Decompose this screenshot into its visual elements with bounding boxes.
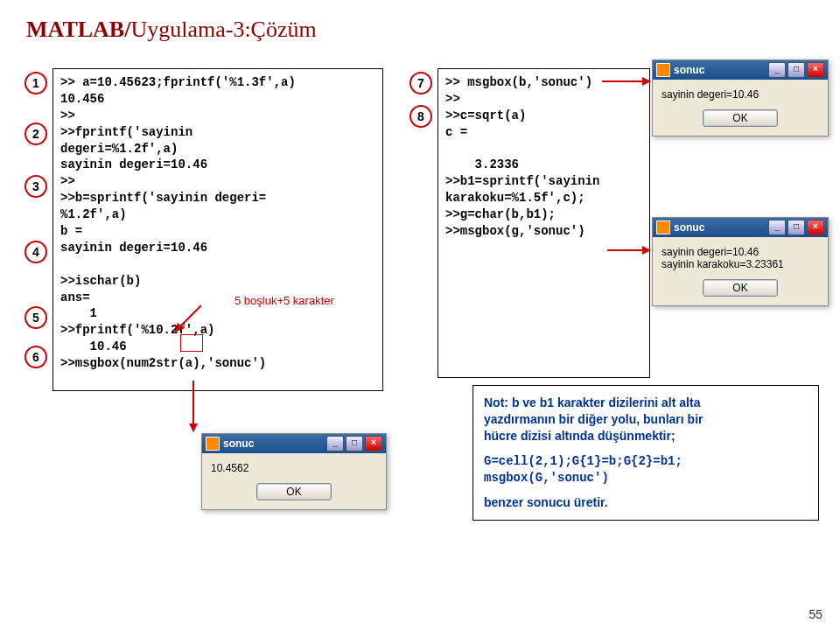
note-line-6: benzer sonucu üretir. xyxy=(484,494,808,511)
close-button[interactable]: × xyxy=(807,220,824,235)
annotation-highlight-box xyxy=(180,334,203,352)
step-4-bullet: 4 xyxy=(24,241,47,263)
step-2-bullet: 2 xyxy=(24,122,47,145)
dialog-1-body: 10.4562 xyxy=(202,453,386,480)
step-8-bullet: 8 xyxy=(410,105,432,128)
dialog-3-titlebar: sonuc _ □ × xyxy=(653,218,828,237)
close-button[interactable]: × xyxy=(807,62,824,78)
ok-button[interactable]: OK xyxy=(703,109,778,127)
annotation-label: 5 boşluk+5 karakter xyxy=(234,294,334,307)
matlab-icon xyxy=(656,220,670,234)
title-rest: Uygulama-3:Çözüm xyxy=(130,17,316,42)
step-7-bullet: 7 xyxy=(410,72,432,94)
msgbox-dialog-2: sonuc _ □ × sayinin degeri=10.46 OK xyxy=(652,60,829,136)
note-line-1: Not: b ve b1 karakter dizilerini alt alt… xyxy=(484,395,808,411)
code-block-right: >> msgbox(b,'sonuc') >> >>c=sqrt(a) c = … xyxy=(438,68,650,378)
note-code-2: msgbox(G,'sonuc') xyxy=(484,470,808,486)
dialog-1-button-row: OK xyxy=(202,480,386,509)
minimize-button[interactable]: _ xyxy=(326,436,344,452)
note-line-3: hücre dizisi altında düşünmektir; xyxy=(484,428,808,444)
page-number: 55 xyxy=(808,607,822,621)
msgbox-dialog-1: sonuc _ □ × 10.4562 OK xyxy=(201,433,387,510)
dialog-1-title: sonuc xyxy=(223,438,254,450)
msgbox-dialog-3: sonuc _ □ × sayinin degeri=10.46 sayinin… xyxy=(652,217,829,306)
dialog-3-text-2: sayinin karakoku=3.23361 xyxy=(662,258,819,270)
arrow-to-dialog-1 xyxy=(192,381,194,431)
dialog-2-button-row: OK xyxy=(653,106,828,136)
page-title: MATLAB/Uygulama-3:Çözüm xyxy=(26,16,317,43)
step-5-bullet: 5 xyxy=(24,306,47,329)
maximize-button[interactable]: □ xyxy=(346,436,363,452)
title-bold: MATLAB/ xyxy=(26,17,130,42)
dialog-3-body: sayinin degeri=10.46 sayinin karakoku=3.… xyxy=(653,237,828,276)
arrow-to-dialog-3 xyxy=(607,249,650,251)
dialog-2-body: sayinin degeri=10.46 xyxy=(653,80,828,106)
matlab-icon xyxy=(656,63,670,77)
matlab-icon xyxy=(206,437,220,451)
ok-button[interactable]: OK xyxy=(256,483,332,500)
step-1-bullet: 1 xyxy=(24,72,47,94)
minimize-button[interactable]: _ xyxy=(768,220,786,235)
dialog-1-titlebar: sonuc _ □ × xyxy=(202,434,386,453)
note-code-1: G=cell(2,1);G{1}=b;G{2}=b1; xyxy=(484,453,808,470)
dialog-2-text: sayinin degeri=10.46 xyxy=(662,88,819,101)
step-6-bullet: 6 xyxy=(24,346,47,368)
dialog-2-titlebar: sonuc _ □ × xyxy=(653,60,828,80)
ok-button[interactable]: OK xyxy=(703,279,778,297)
dialog-3-title: sonuc xyxy=(674,221,704,234)
dialog-3-text-1: sayinin degeri=10.46 xyxy=(662,246,819,258)
code-block-left: >> a=10.45623;fprintf('%1.3f',a) 10.456 … xyxy=(52,68,383,391)
maximize-button[interactable]: □ xyxy=(788,220,805,235)
close-button[interactable]: × xyxy=(365,436,382,452)
dialog-1-text: 10.4562 xyxy=(211,462,377,474)
dialog-2-title: sonuc xyxy=(674,64,704,76)
note-box: Not: b ve b1 karakter dizilerini alt alt… xyxy=(472,385,819,521)
note-line-2: yazdırmanın bir diğer yolu, bunları bir xyxy=(484,411,808,428)
maximize-button[interactable]: □ xyxy=(788,62,805,78)
minimize-button[interactable]: _ xyxy=(768,62,786,78)
dialog-3-button-row: OK xyxy=(653,276,828,305)
arrow-to-dialog-2 xyxy=(602,80,650,82)
step-3-bullet: 3 xyxy=(24,175,47,198)
